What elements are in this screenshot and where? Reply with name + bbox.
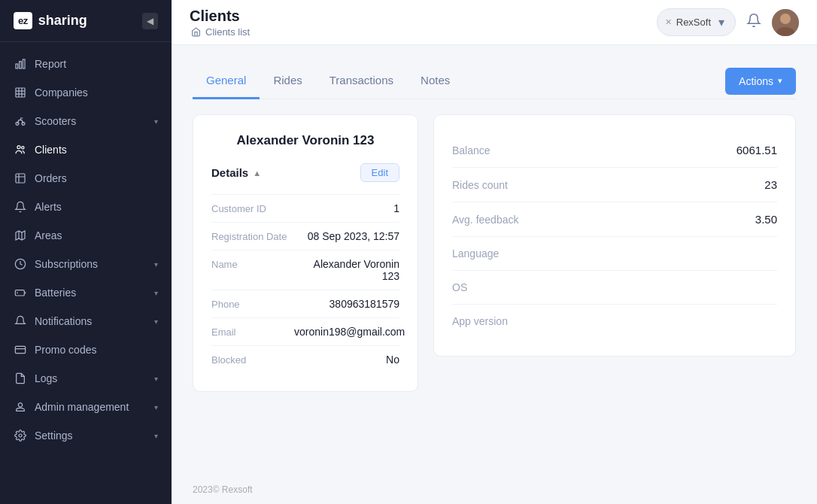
stat-row-os: OS: [452, 271, 777, 305]
tabs: General Rides Transactions Notes: [193, 63, 463, 99]
tab-notes[interactable]: Notes: [407, 63, 463, 99]
chevron-down-icon: ▾: [154, 432, 158, 440]
sidebar-item-orders[interactable]: Orders: [0, 164, 172, 193]
detail-value-email: voronin198@gmail.com: [294, 326, 405, 338]
sidebar-item-areas-label: Areas: [35, 229, 62, 241]
building-icon: [14, 86, 27, 99]
detail-label-email: Email: [211, 326, 287, 338]
chevron-up-icon: ▲: [253, 169, 261, 178]
stat-row-avg-feedback: Avg. feedback 3.50: [452, 202, 777, 237]
main-content: Clients Clients list ✕ RexSoft ▾: [172, 0, 817, 504]
sidebar-item-alerts[interactable]: Alerts: [0, 193, 172, 221]
avatar-image: [772, 9, 799, 36]
chevron-down-icon: ▾: [154, 289, 158, 297]
bar-chart-icon: [14, 57, 27, 71]
bell-icon: [14, 200, 27, 214]
stat-label-language: Language: [452, 247, 777, 260]
svg-rect-3: [16, 88, 25, 97]
sidebar-item-promo-codes[interactable]: Promo codes: [0, 335, 172, 364]
sidebar-item-notifications-label: Notifications: [35, 315, 92, 327]
detail-row-registration-date: Registration Date 08 Sep 2023, 12:57: [211, 222, 399, 250]
sidebar-toggle[interactable]: ◀: [142, 13, 158, 29]
sidebar-item-logs-label: Logs: [35, 372, 57, 384]
sidebar-item-settings-label: Settings: [35, 430, 73, 442]
stat-label-os: OS: [452, 281, 777, 293]
sidebar-item-report-label: Report: [35, 58, 66, 70]
stat-label-app-version: App version: [452, 315, 777, 327]
sidebar-item-orders-label: Orders: [35, 172, 67, 184]
chevron-down-icon: ▾: [154, 403, 158, 411]
svg-rect-1: [20, 62, 22, 68]
detail-label-phone: Phone: [211, 298, 287, 310]
detail-value-name: Alexander Voronin 123: [294, 258, 399, 282]
actions-button[interactable]: Actions ▾: [725, 68, 796, 95]
tab-rides[interactable]: Rides: [260, 63, 315, 99]
topbar: Clients Clients list ✕ RexSoft ▾: [172, 0, 817, 45]
footer-text: 2023© Rexsoft: [193, 484, 253, 495]
content-area: General Rides Transactions Notes Actions…: [172, 45, 817, 475]
stat-label-avg-feedback: Avg. feedback: [452, 214, 755, 226]
company-dropdown-button[interactable]: ▾: [715, 12, 727, 32]
sidebar: ez sharing ◀ Report Companies Scooters ▾: [0, 0, 172, 504]
sidebar-item-admin-management-label: Admin management: [35, 401, 129, 413]
notifications-button[interactable]: [743, 10, 764, 35]
svg-point-21: [18, 403, 22, 407]
edit-button[interactable]: Edit: [360, 163, 399, 182]
detail-row-phone: Phone 380963181579: [211, 290, 399, 317]
detail-label-customer-id: Customer ID: [211, 202, 287, 214]
sidebar-item-settings[interactable]: Settings ▾: [0, 421, 172, 450]
stat-value-rides-count: 23: [764, 178, 777, 191]
topbar-right: ✕ RexSoft ▾: [657, 8, 799, 36]
sidebar-item-admin-management[interactable]: Admin management ▾: [0, 393, 172, 421]
chevron-down-icon: ▾: [778, 76, 782, 86]
detail-row-customer-id: Customer ID 1: [211, 194, 399, 222]
tab-transactions[interactable]: Transactions: [316, 63, 407, 99]
sidebar-item-report[interactable]: Report: [0, 50, 172, 78]
logo-text: sharing: [38, 13, 87, 29]
svg-rect-0: [16, 64, 18, 68]
avatar[interactable]: [772, 9, 799, 36]
detail-row-email: Email voronin198@gmail.com: [211, 317, 399, 345]
svg-rect-12: [16, 174, 25, 183]
sidebar-item-batteries-label: Batteries: [35, 287, 76, 299]
detail-value-phone: 380963181579: [294, 298, 399, 310]
sidebar-item-logs[interactable]: Logs ▾: [0, 364, 172, 393]
stat-label-balance: Balance: [452, 144, 737, 156]
footer: 2023© Rexsoft: [172, 475, 817, 504]
detail-row-blocked: Blocked No: [211, 345, 399, 373]
details-card: Alexander Voronin 123 Details ▲ Edit Cus…: [193, 114, 418, 392]
svg-marker-13: [16, 231, 25, 240]
svg-point-11: [22, 147, 24, 149]
detail-label-name: Name: [211, 258, 287, 270]
sidebar-item-batteries[interactable]: Batteries ▾: [0, 278, 172, 307]
svg-rect-2: [23, 59, 25, 68]
breadcrumb-label[interactable]: Clients list: [205, 26, 250, 38]
chevron-down-icon: ▾: [154, 317, 158, 326]
settings-icon: [14, 429, 27, 442]
tab-general[interactable]: General: [193, 63, 260, 99]
sidebar-item-scooters[interactable]: Scooters ▾: [0, 107, 172, 135]
detail-value-customer-id: 1: [294, 202, 399, 214]
stat-row-language: Language: [452, 237, 777, 271]
detail-value-registration-date: 08 Sep 2023, 12:57: [294, 230, 399, 242]
subscriptions-icon: [14, 257, 27, 271]
company-badge[interactable]: ✕ RexSoft ▾: [657, 8, 736, 36]
svg-point-22: [19, 434, 22, 437]
page-title: Clients: [190, 8, 250, 25]
svg-point-24: [780, 14, 791, 24]
home-icon: [191, 27, 201, 37]
sidebar-item-areas[interactable]: Areas: [0, 221, 172, 250]
details-section-title: Details ▲: [211, 166, 261, 179]
admin-icon: [14, 400, 27, 414]
svg-rect-16: [15, 290, 24, 296]
detail-label-registration-date: Registration Date: [211, 230, 287, 242]
logo-box: ez: [14, 12, 32, 29]
sidebar-item-clients[interactable]: Clients: [0, 135, 172, 164]
chevron-down-icon: ▾: [154, 117, 158, 126]
battery-icon: [14, 286, 27, 299]
sidebar-item-companies[interactable]: Companies: [0, 78, 172, 107]
sidebar-item-notifications[interactable]: Notifications ▾: [0, 307, 172, 335]
stat-row-app-version: App version: [452, 305, 777, 338]
stat-row-rides-count: Rides count 23: [452, 168, 777, 202]
sidebar-item-subscriptions[interactable]: Subscriptions ▾: [0, 250, 172, 278]
